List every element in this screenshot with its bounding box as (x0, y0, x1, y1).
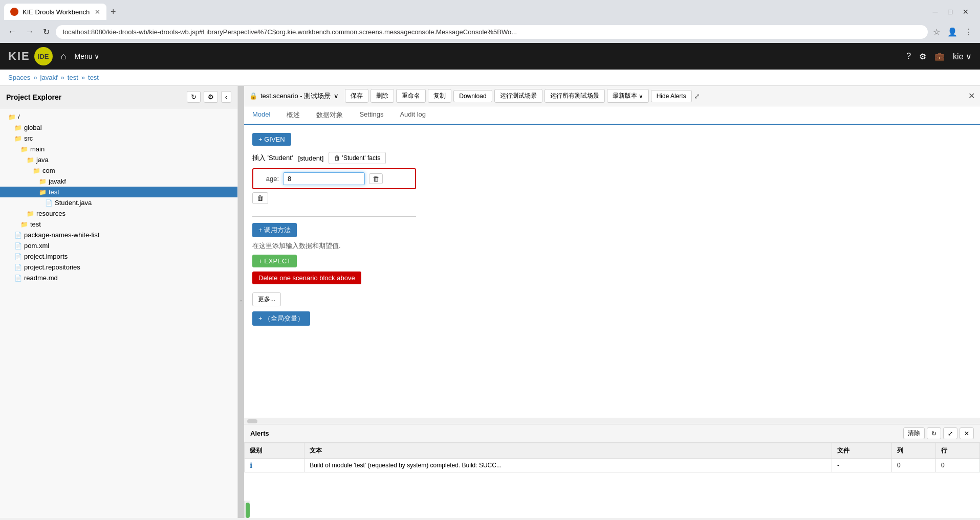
lock-icon: 🔒 (249, 92, 257, 100)
tab-summary[interactable]: 概述 (278, 106, 308, 125)
delete-button[interactable]: 删除 (371, 89, 394, 103)
delete-block-button[interactable]: Delete one scenario block above (252, 272, 361, 284)
tree-item-javakf[interactable]: 📁 javakf (0, 176, 237, 187)
tree-item-label: project.imports (24, 253, 68, 260)
close-editor-button[interactable]: ✕ (968, 91, 975, 101)
expand-button[interactable]: ⤢ (694, 92, 700, 100)
alerts-scroll: 级别 文本 文件 列 行 ℹ Build of module 'test' (r… (244, 443, 980, 501)
explorer-gear-button[interactable]: ⚙ (204, 91, 218, 103)
alert-row: ℹ Build of module 'test' (requested by s… (245, 459, 980, 472)
run-all-button[interactable]: 运行所有测试场景 (545, 89, 605, 103)
tree-item-src[interactable]: 📁 src (0, 133, 237, 144)
tab-data-object[interactable]: 数据对象 (308, 106, 351, 125)
help-icon[interactable]: ? (906, 52, 911, 61)
address-bar[interactable] (56, 25, 928, 39)
tree-item-test-selected[interactable]: 📁 test (0, 187, 237, 197)
breadcrumb: Spaces » javakf » test » test (0, 70, 980, 86)
tree-item-pom[interactable]: 📄 pom.xml (0, 240, 237, 251)
tree-item-main[interactable]: 📁 main (0, 144, 237, 154)
version-button[interactable]: 最新版本 ∨ (607, 89, 649, 103)
more-options-button[interactable]: ⋮ (963, 25, 975, 39)
tab-settings[interactable]: Settings (351, 106, 391, 125)
alerts-close-button[interactable]: ✕ (960, 427, 974, 439)
divider-handle[interactable]: ⋮ (238, 86, 244, 518)
tree-item-test2[interactable]: 📁 test (0, 219, 237, 230)
tree-item-project-imports[interactable]: 📄 project.imports (0, 251, 237, 262)
home-button[interactable]: ⌂ (61, 51, 67, 62)
maximize-button[interactable]: □ (945, 6, 955, 18)
given-button[interactable]: + GIVEN (252, 133, 291, 146)
age-delete-button[interactable]: 🗑 (369, 173, 383, 184)
folder-icon: 📁 (27, 156, 34, 164)
file-icon: 📄 (14, 253, 22, 260)
age-input[interactable] (283, 172, 365, 185)
tree-item-com[interactable]: 📁 com (0, 165, 237, 176)
menu-button[interactable]: Menu ∨ (75, 52, 100, 60)
browser-actions: ☆ 👤 ⋮ (931, 25, 975, 39)
window-close-button[interactable]: ✕ (960, 6, 972, 18)
tree-item-package-names[interactable]: 📄 package-names-white-list (0, 230, 237, 240)
settings-icon[interactable]: ⚙ (919, 52, 926, 61)
tree-item-global[interactable]: 📁 global (0, 122, 237, 133)
explorer-refresh-button[interactable]: ↻ (187, 91, 201, 103)
invoke-method-button[interactable]: + 调用方法 (252, 223, 297, 237)
explorer-title: Project Explorer (6, 93, 187, 101)
expect-button[interactable]: + EXPECT (252, 255, 297, 267)
col-col: 列 (892, 443, 936, 459)
tree-item-project-repos[interactable]: 📄 project.repositories (0, 262, 237, 273)
tree-item-resources[interactable]: 📁 resources (0, 208, 237, 219)
alerts-expand-button[interactable]: ⤢ (943, 427, 957, 439)
tree-item-student-java[interactable]: 📄 Student.java (0, 197, 237, 208)
alert-col: 0 (892, 459, 936, 472)
horizontal-scrollbar[interactable] (244, 418, 980, 424)
download-button[interactable]: Download (453, 90, 492, 102)
explorer-collapse-button[interactable]: ‹ (221, 91, 231, 103)
add-field-button[interactable]: 🗑 (252, 192, 268, 204)
h-scroll-handle[interactable] (247, 419, 257, 423)
dropdown-icon[interactable]: ∨ (334, 92, 339, 100)
more-button[interactable]: 更多... (252, 292, 281, 306)
breadcrumb-spaces[interactable]: Spaces (8, 74, 30, 81)
tree-item-label: main (30, 145, 45, 153)
tree-item-label: javakf (49, 177, 66, 185)
alert-row-val: 0 (936, 459, 980, 472)
tab-close-icon[interactable]: ✕ (95, 8, 100, 16)
new-tab-button[interactable]: + (106, 5, 120, 19)
right-scrollbar[interactable] (244, 501, 250, 518)
tree-item-label: global (24, 124, 42, 131)
run-test-button[interactable]: 运行测试场景 (494, 89, 542, 103)
alerts-title: Alerts (250, 429, 903, 437)
folder-icon: 📁 (39, 178, 47, 185)
tree-item-label: resources (36, 210, 66, 217)
breadcrumb-test1[interactable]: test (68, 74, 78, 81)
user-menu[interactable]: kie ∨ (953, 52, 972, 61)
file-icon: 📄 (45, 199, 53, 207)
profile-button[interactable]: 👤 (945, 25, 960, 39)
briefcase-icon[interactable]: 💼 (934, 52, 945, 61)
alerts-refresh-button[interactable]: ↻ (927, 427, 941, 439)
bookmark-button[interactable]: ☆ (931, 25, 942, 39)
rename-button[interactable]: 重命名 (396, 89, 426, 103)
breadcrumb-test2[interactable]: test (88, 74, 99, 81)
tab-model[interactable]: Model (244, 106, 278, 125)
breadcrumb-javakf[interactable]: javakf (40, 74, 58, 81)
hide-alerts-button[interactable]: Hide Alerts (651, 90, 692, 102)
tree-item-readme[interactable]: 📄 readme.md (0, 273, 237, 283)
minimize-button[interactable]: ─ (930, 6, 941, 18)
copy-button[interactable]: 复制 (428, 89, 451, 103)
breadcrumb-sep2: » (61, 74, 64, 81)
back-button[interactable]: ← (5, 25, 19, 38)
tree-item-label: test (49, 188, 59, 196)
save-button[interactable]: 保存 (345, 89, 368, 103)
tree-item-java[interactable]: 📁 java (0, 154, 237, 165)
browser-tab[interactable]: KIE Drools Workbench ✕ (4, 4, 106, 20)
refresh-button[interactable]: ↻ (40, 25, 53, 39)
global-variable-button[interactable]: + （全局变量） (252, 311, 310, 326)
forward-button[interactable]: → (23, 25, 37, 38)
student-facts-button[interactable]: 🗑 'Student' facts (329, 152, 386, 164)
tree-item-label: src (24, 134, 33, 142)
tab-audit-log[interactable]: Audit log (391, 106, 434, 125)
alerts-clear-button[interactable]: 清除 (903, 427, 925, 439)
kie-logo: KIE (8, 50, 30, 63)
tree-item-root[interactable]: 📁 / (0, 111, 237, 122)
